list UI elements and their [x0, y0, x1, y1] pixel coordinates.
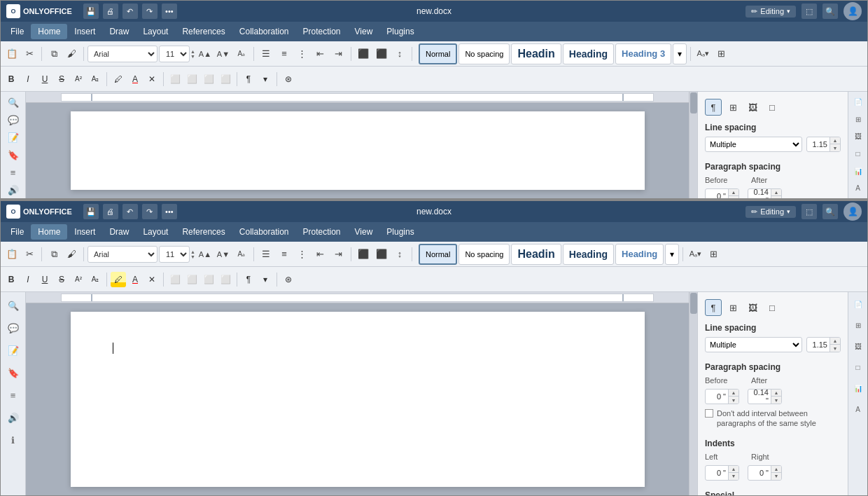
font-size-2[interactable]: 11	[159, 246, 190, 263]
align-justify-1[interactable]: ⬜	[218, 71, 233, 87]
font-size-up-1[interactable]: ▲	[190, 49, 195, 54]
increase-indent-1[interactable]: ⇥	[330, 46, 347, 62]
format-painter-1[interactable]: 🖌	[63, 46, 80, 62]
align-left-1[interactable]: ⬛	[355, 46, 372, 62]
line-spacing-select-1[interactable]: Multiple	[705, 137, 802, 152]
para-icon-2[interactable]: ¶	[705, 299, 722, 316]
sidebar-speaker-2[interactable]: 🔊	[6, 410, 21, 425]
line-spacing-up-2[interactable]: ▲	[830, 338, 840, 345]
print-btn-2[interactable]: 🖨	[103, 204, 118, 219]
copy-btn-1[interactable]: ⧉	[46, 46, 62, 62]
style-normal-2[interactable]: Normal	[419, 244, 457, 265]
copy-style-1[interactable]: ⊛	[281, 71, 296, 87]
menu-draw-1[interactable]: Draw	[102, 24, 136, 39]
menu-protection-1[interactable]: Protection	[296, 24, 348, 39]
after-up-1[interactable]: ▲	[771, 189, 781, 196]
bold-btn-2[interactable]: B	[4, 272, 19, 287]
paste-btn-1[interactable]: 📋	[4, 46, 20, 62]
scroll-bar-2[interactable]	[689, 292, 697, 495]
line-spacing-select-2[interactable]: Multiple	[705, 337, 802, 352]
paste-btn-2[interactable]: 📋	[4, 246, 20, 263]
font-grow-1[interactable]: A▲	[197, 46, 214, 62]
align-right-fmt-1[interactable]: ⬜	[201, 71, 216, 87]
list-ordered-1[interactable]: ≡	[276, 46, 293, 62]
align-center-fmt-2[interactable]: ⬜	[184, 272, 200, 287]
menu-insert-2[interactable]: Insert	[67, 224, 102, 240]
list-unordered-2[interactable]: ☰	[258, 246, 274, 263]
align-justify-2[interactable]: ⬜	[218, 272, 233, 287]
clear-format-1[interactable]: Aₐ	[233, 46, 250, 62]
right-down-2[interactable]: ▼	[771, 473, 781, 480]
font-shrink-2[interactable]: A▼	[215, 246, 232, 263]
nonprint-1[interactable]: ▾	[258, 71, 273, 87]
sidebar-speaker-1[interactable]: 🔊	[6, 185, 21, 195]
line-spacing-down-1[interactable]: ▼	[830, 144, 840, 151]
print-btn-1[interactable]: 🖨	[103, 4, 118, 19]
subscript-2[interactable]: A₂	[88, 272, 103, 287]
style-normal-1[interactable]: Normal	[419, 43, 457, 64]
font-color-2[interactable]: A	[127, 272, 143, 287]
font-grow-2[interactable]: A▲	[197, 246, 214, 263]
rs-icon2-2[interactable]: ⊞	[850, 317, 866, 333]
align-center-2[interactable]: ⬛	[373, 246, 390, 263]
search-replace-1[interactable]: ⊞	[713, 46, 729, 62]
nav-btn-1[interactable]: ⬚	[802, 4, 817, 19]
line-spacing-btn-1[interactable]: ↕	[391, 46, 408, 62]
sidebar-bookmark-2[interactable]: 🔖	[6, 365, 21, 380]
menu-view-1[interactable]: View	[348, 24, 380, 39]
scroll-bar-1[interactable]	[689, 92, 697, 198]
align-left-fmt-1[interactable]: ⬜	[167, 71, 183, 87]
after-up-2[interactable]: ▲	[771, 390, 781, 397]
style-heading1-2[interactable]: Headin	[511, 244, 561, 265]
doc-page-1[interactable]	[71, 111, 645, 190]
font-size-down-1[interactable]: ▼	[190, 54, 195, 59]
after-down-2[interactable]: ▼	[771, 397, 781, 404]
clear-format-2[interactable]: Aₐ	[233, 246, 250, 263]
table-icon-1[interactable]: ⊞	[724, 99, 741, 116]
sidebar-comment-1[interactable]: 💬	[6, 115, 21, 125]
redo-btn-2[interactable]: ↷	[142, 204, 158, 219]
font-selector-1[interactable]: Arial	[88, 46, 158, 62]
clear-1[interactable]: ✕	[144, 71, 160, 87]
sidebar-zoom-1[interactable]: 🔍	[6, 97, 21, 108]
rs-icon1-2[interactable]: 📄	[850, 296, 866, 312]
align-right-fmt-2[interactable]: ⬜	[201, 272, 216, 287]
undo-btn-1[interactable]: ↶	[122, 4, 138, 19]
search-btn-2[interactable]: 🔍	[822, 204, 838, 219]
menu-layout-2[interactable]: Layout	[136, 224, 175, 240]
gallery-more-1[interactable]: ▾	[673, 43, 687, 64]
rs-icon1-1[interactable]: 📄	[850, 96, 866, 108]
menu-layout-1[interactable]: Layout	[136, 24, 175, 39]
underline-btn-2[interactable]: U	[37, 272, 52, 287]
rs-icon6-2[interactable]: A	[850, 401, 866, 417]
menu-references-1[interactable]: References	[175, 24, 232, 39]
nonprint-2[interactable]: ▾	[258, 272, 273, 287]
copy-style-2[interactable]: ⊛	[281, 272, 296, 287]
list-multi-1[interactable]: ⋮	[294, 46, 311, 62]
left-down-2[interactable]: ▼	[729, 473, 738, 480]
decrease-indent-2[interactable]: ⇤	[312, 246, 329, 263]
decrease-indent-1[interactable]: ⇤	[312, 46, 329, 62]
font-size-1[interactable]: 11	[159, 46, 190, 62]
style-heading2-1[interactable]: Heading	[563, 43, 614, 64]
align-center-1[interactable]: ⬛	[373, 46, 390, 62]
sidebar-edit-2[interactable]: 📝	[6, 343, 21, 358]
before-up-2[interactable]: ▲	[729, 390, 738, 397]
undo-btn-2[interactable]: ↶	[122, 204, 138, 219]
menu-view-2[interactable]: View	[348, 224, 380, 240]
rs-icon2-1[interactable]: ⊞	[850, 113, 866, 125]
shape-icon-1[interactable]: □	[764, 99, 780, 116]
style-nospace-2[interactable]: No spacing	[458, 244, 510, 265]
nav-btn-2[interactable]: ⬚	[802, 204, 817, 219]
cut-btn-2[interactable]: ✂	[21, 246, 38, 263]
line-spacing-btn-2[interactable]: ↕	[391, 246, 408, 263]
search-replace-2[interactable]: ⊞	[705, 246, 722, 263]
align-left-fmt-2[interactable]: ⬜	[167, 272, 183, 287]
gallery-more-2[interactable]: ▾	[665, 244, 679, 265]
avatar-1[interactable]: 👤	[844, 2, 862, 20]
sidebar-list-1[interactable]: ≡	[6, 167, 21, 178]
sidebar-info-2[interactable]: ℹ	[6, 432, 21, 448]
menu-collab-2[interactable]: Collaboration	[232, 224, 296, 240]
shape-icon-2[interactable]: □	[764, 299, 780, 316]
before-down-2[interactable]: ▼	[729, 397, 738, 404]
